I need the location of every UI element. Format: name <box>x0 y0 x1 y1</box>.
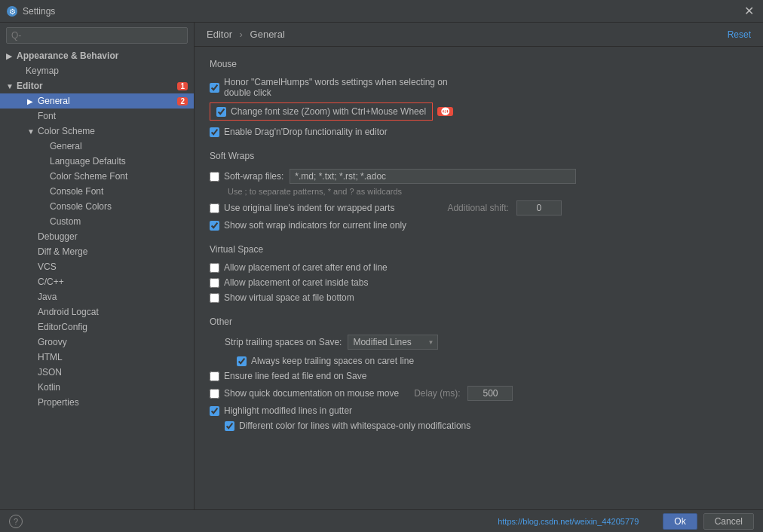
strip-dropdown[interactable]: None Leading All Modified Lines <box>348 335 438 350</box>
mouse-section-title: Mouse <box>210 59 748 69</box>
showsoftwrap-label[interactable]: Show soft wrap indicators for current li… <box>210 220 406 231</box>
sidebar-item-label-cs-langdefaults: Language Defaults <box>50 156 188 167</box>
allowcaretin-label[interactable]: Allow placement of caret inside tabs <box>210 277 368 288</box>
url-text[interactable]: https://blog.csdn.net/weixin_44205779 <box>498 517 639 526</box>
sidebar-item-properties[interactable]: Properties <box>0 395 194 410</box>
close-button[interactable]: ✕ <box>741 4 757 19</box>
sidebar-item-keymap[interactable]: Keymap <box>0 63 194 78</box>
breadcrumb-editor[interactable]: Editor <box>207 29 232 40</box>
sidebar-item-kotlin[interactable]: Kotlin <box>0 380 194 395</box>
showvirtual-checkbox[interactable] <box>210 293 219 303</box>
other-section: Other Strip trailing spaces on Save: Non… <box>210 316 748 431</box>
showquickdoc-checkbox[interactable] <box>210 389 219 399</box>
sidebar-item-label-general: General <box>38 96 174 106</box>
sidebar-item-cs-langdefaults[interactable]: Language Defaults <box>0 154 194 169</box>
softwrap-checkbox-label[interactable]: Soft-wrap files: <box>210 171 283 182</box>
sidebar-item-editor[interactable]: ▼Editor1 <box>0 78 194 93</box>
breadcrumb-general: General <box>250 29 285 40</box>
sidebar-item-vcs[interactable]: VCS <box>0 259 194 274</box>
sidebar-item-colorscheme[interactable]: ▼Color Scheme <box>0 124 194 139</box>
sidebar-badge-editor: 1 <box>177 82 188 90</box>
sidebar-item-debugger[interactable]: Debugger <box>0 229 194 244</box>
sidebar-item-cs-consolefont[interactable]: Console Font <box>0 184 194 199</box>
app-icon: ⚙ <box>6 5 18 17</box>
svg-text:⚙: ⚙ <box>9 8 16 16</box>
arrow-icon-appearance: ▶ <box>6 52 14 60</box>
sidebar-item-label-groovy: Groovy <box>38 337 188 347</box>
changefontsize-text: Change font size (Zoom) with Ctrl+Mouse … <box>231 106 426 117</box>
highlightmodified-text: Highlight modified lines in gutter <box>224 405 352 416</box>
ok-button[interactable]: Ok <box>663 513 697 530</box>
camelhumps-checkbox[interactable] <box>210 83 219 93</box>
delay-label: Delay (ms): <box>414 388 460 399</box>
sidebar-item-label-androidlogcat: Android Logcat <box>38 307 188 317</box>
showsoftwrap-text: Show soft wrap indicators for current li… <box>224 220 406 231</box>
sidebar-item-editorconfig[interactable]: EditorConfig <box>0 320 194 335</box>
enabledragdrop-checkbox[interactable] <box>210 127 219 137</box>
sidebar-item-cs-custom[interactable]: Custom <box>0 214 194 229</box>
action-buttons: Ok Cancel <box>663 513 754 530</box>
differentcolor-checkbox[interactable] <box>225 421 234 431</box>
help-button[interactable]: ? <box>9 515 23 528</box>
sidebar-item-appearance[interactable]: ▶Appearance & Behavior <box>0 48 194 63</box>
showquickdoc-label[interactable]: Show quick documentation on mouse move <box>210 388 399 399</box>
sidebar-item-label-vcs: VCS <box>38 261 188 272</box>
ensurelinefeed-label[interactable]: Ensure line feed at file end on Save <box>210 371 366 381</box>
sidebar-item-html[interactable]: HTML <box>0 350 194 365</box>
mouse-section: Mouse Honor "CamelHumps" words settings … <box>210 59 748 137</box>
changefontsize-label[interactable]: Change font size (Zoom) with Ctrl+Mouse … <box>216 106 426 117</box>
showsoftwrap-row: Show soft wrap indicators for current li… <box>210 220 748 231</box>
showsoftwrap-checkbox[interactable] <box>210 221 219 231</box>
sidebar-item-label-debugger: Debugger <box>38 231 188 242</box>
sidebar-item-label-cs-general: General <box>50 141 188 151</box>
sidebar-item-cs-general[interactable]: General <box>0 139 194 154</box>
search-input[interactable] <box>6 27 188 44</box>
allowcaret-label[interactable]: Allow placement of caret after end of li… <box>210 262 388 273</box>
arrow-icon-general: ▶ <box>27 97 35 105</box>
sidebar-item-label-java: Java <box>38 292 188 302</box>
strip-label: Strip trailing spaces on Save: <box>225 337 342 347</box>
sidebar-item-label-cs-consolecolors: Console Colors <box>50 201 188 212</box>
strip-row: Strip trailing spaces on Save: None Lead… <box>225 335 748 350</box>
ensurelinefeed-checkbox[interactable] <box>210 371 219 381</box>
sidebar-item-general[interactable]: ▶General2 <box>0 93 194 109</box>
keeptrailing-checkbox[interactable] <box>237 356 247 366</box>
enabledragdrop-label[interactable]: Enable Drag'n'Drop functionality in edit… <box>210 127 388 137</box>
softwrap-files-input[interactable] <box>290 169 576 184</box>
softwrap-checkbox[interactable] <box>210 172 219 182</box>
reset-button[interactable]: Reset <box>728 29 751 40</box>
showquickdoc-row: Show quick documentation on mouse move D… <box>210 386 748 401</box>
sidebar-item-groovy[interactable]: Groovy <box>0 335 194 350</box>
sidebar-item-androidlogcat[interactable]: Android Logcat <box>0 304 194 320</box>
camelhumps-text: Honor "CamelHumps" words settings when s… <box>224 77 448 98</box>
allowcaret-checkbox[interactable] <box>210 263 219 273</box>
keeptrailing-text: Always keep trailing spaces on caret lin… <box>251 356 414 366</box>
camelhumps-label[interactable]: Honor "CamelHumps" words settings when s… <box>210 77 448 98</box>
sidebar-item-json[interactable]: JSON <box>0 365 194 380</box>
differentcolor-label[interactable]: Different color for lines with whitespac… <box>225 420 470 431</box>
sidebar-item-cs-consolecolors[interactable]: Console Colors <box>0 199 194 214</box>
sidebar-tree: ▶Appearance & BehaviorKeymap▼Editor1▶Gen… <box>0 48 194 410</box>
sidebar-item-java[interactable]: Java <box>0 289 194 304</box>
useoriginalindent-checkbox[interactable] <box>210 203 219 213</box>
highlightmodified-label[interactable]: Highlight modified lines in gutter <box>210 405 352 416</box>
changefontsize-checkbox[interactable] <box>216 107 226 117</box>
sidebar-item-label-editor: Editor <box>17 81 174 91</box>
additional-shift-input[interactable] <box>516 200 562 216</box>
sidebar-item-cs-colorschemefont[interactable]: Color Scheme Font <box>0 169 194 184</box>
sidebar-item-cpp[interactable]: C/C++ <box>0 274 194 289</box>
keeptrailing-label[interactable]: Always keep trailing spaces on caret lin… <box>237 356 414 366</box>
showvirtual-label[interactable]: Show virtual space at file bottom <box>210 292 354 303</box>
sidebar-item-font[interactable]: Font <box>0 109 194 124</box>
useoriginalindent-label[interactable]: Use original line's indent for wrapped p… <box>210 203 394 213</box>
cancel-button[interactable]: Cancel <box>703 513 754 530</box>
sidebar-item-label-cs-consolefont: Console Font <box>50 186 188 197</box>
option-camelhumps: Honor "CamelHumps" words settings when s… <box>210 77 748 98</box>
sidebar-item-label-properties: Properties <box>38 397 188 408</box>
virtualspace-section: Virtual Space Allow placement of caret a… <box>210 244 748 303</box>
main-panel: Editor › General Reset Mouse Honor "Came… <box>195 23 763 509</box>
highlightmodified-checkbox[interactable] <box>210 406 219 416</box>
sidebar-item-diffmerge[interactable]: Diff & Merge <box>0 244 194 259</box>
allowcaretin-checkbox[interactable] <box>210 278 219 288</box>
delay-input[interactable] <box>467 386 513 401</box>
